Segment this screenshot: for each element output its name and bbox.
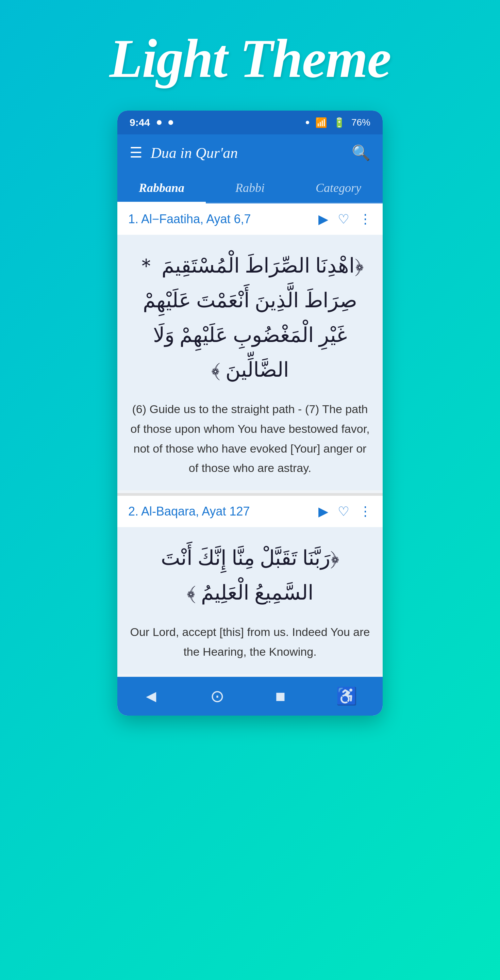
more-button-1[interactable]: ⋮ — [359, 212, 372, 227]
tab-category[interactable]: Category — [294, 171, 383, 202]
back-nav-icon[interactable]: ◄ — [143, 686, 160, 706]
dua-actions-2: ▶ ♡ ⋮ — [318, 504, 372, 519]
dua-item-2: 2. Al-Baqara, Ayat 127 ▶ ♡ ⋮ ﴿رَبَّنَا ت… — [117, 496, 383, 674]
more-button-2[interactable]: ⋮ — [359, 504, 372, 519]
dua-body-1: ﴿اهْدِنَا الصِّرَاطَ الْمُسْتَقِيمَ ＊ صِ… — [117, 235, 383, 490]
play-button-1[interactable]: ▶ — [318, 212, 328, 227]
status-time: 9:44 — [130, 117, 150, 128]
translation-text-2: Our Lord, accept [this] from us. Indeed … — [130, 622, 370, 662]
dua-item-1: 1. Al−Faatiha, Ayat 6,7 ▶ ♡ ⋮ ﴿اهْدِنَا … — [117, 204, 383, 490]
page-title-area: Light Theme — [0, 0, 500, 111]
accessibility-nav-icon[interactable]: ♿ — [336, 686, 357, 706]
arabic-text-2: ﴿رَبَّنَا تَقَبَّلْ مِنَّا إِنَّكَ أَنْت… — [130, 541, 370, 610]
battery-icon: 🔋 — [333, 117, 345, 128]
bottom-nav: ◄ ⊙ ■ ♿ — [117, 677, 383, 716]
play-button-2[interactable]: ▶ — [318, 504, 328, 519]
signal-icon: 📶 — [315, 117, 327, 128]
search-icon[interactable]: 🔍 — [352, 144, 370, 162]
content-area: 1. Al−Faatiha, Ayat 6,7 ▶ ♡ ⋮ ﴿اهْدِنَا … — [117, 204, 383, 677]
status-bar-left: 9:44 — [130, 117, 173, 128]
tab-rabbi[interactable]: Rabbi — [206, 171, 294, 202]
battery-level: 76% — [351, 117, 370, 128]
home-nav-icon[interactable]: ⊙ — [210, 686, 224, 706]
page-title: Light Theme — [110, 27, 391, 90]
app-title: Dua in Qur'an — [151, 144, 238, 162]
arabic-text-1: ﴿اهْدِنَا الصِّرَاطَ الْمُسْتَقِيمَ ＊ صِ… — [130, 248, 370, 387]
app-bar-left: ☰ Dua in Qur'an — [130, 144, 238, 162]
dua-header-1: 1. Al−Faatiha, Ayat 6,7 ▶ ♡ ⋮ — [117, 204, 383, 235]
favorite-button-1[interactable]: ♡ — [338, 212, 349, 227]
status-bar-right: 📶 🔋 76% — [306, 117, 370, 128]
tab-rabbana[interactable]: Rabbana — [117, 171, 206, 202]
notification-dot-2 — [168, 120, 173, 125]
dua-title-2: 2. Al-Baqara, Ayat 127 — [128, 504, 311, 519]
dua-actions-1: ▶ ♡ ⋮ — [318, 212, 372, 227]
status-bar: 9:44 📶 🔋 76% — [117, 111, 383, 134]
signal-dot — [306, 121, 309, 124]
favorite-button-2[interactable]: ♡ — [338, 504, 349, 519]
recent-nav-icon[interactable]: ■ — [275, 686, 286, 706]
menu-icon[interactable]: ☰ — [130, 146, 143, 160]
app-bar: ☰ Dua in Qur'an 🔍 — [117, 134, 383, 171]
phone-frame: 9:44 📶 🔋 76% ☰ Dua in Qur'an 🔍 Rabbana R… — [117, 111, 383, 716]
translation-text-1: (6) Guide us to the straight path - (7) … — [130, 399, 370, 478]
notification-dot-1 — [157, 120, 162, 125]
dua-title-1: 1. Al−Faatiha, Ayat 6,7 — [128, 212, 311, 226]
dua-body-2: ﴿رَبَّنَا تَقَبَّلْ مِنَّا إِنَّكَ أَنْت… — [117, 527, 383, 674]
divider-1 — [117, 493, 383, 496]
tabs-bar: Rabbana Rabbi Category — [117, 171, 383, 204]
dua-header-2: 2. Al-Baqara, Ayat 127 ▶ ♡ ⋮ — [117, 496, 383, 527]
